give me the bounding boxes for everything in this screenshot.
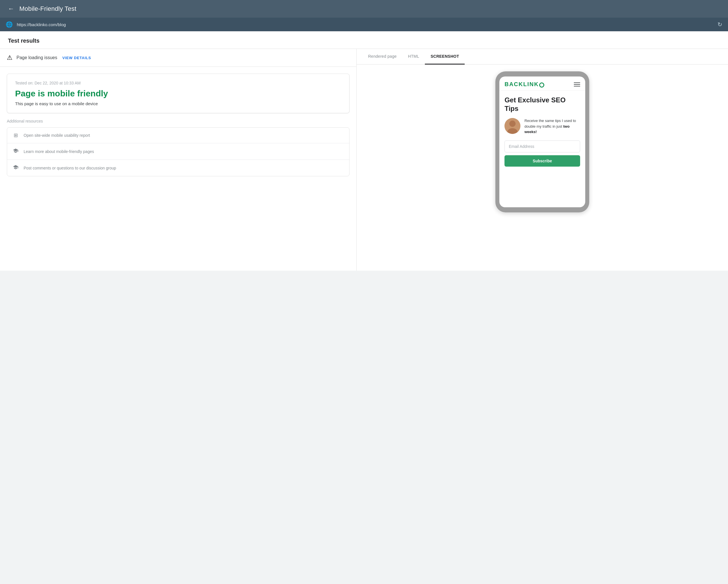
two-column-layout: ⚠ Page loading issues VIEW DETAILS Teste… — [0, 49, 728, 271]
warning-bar: ⚠ Page loading issues VIEW DETAILS — [0, 49, 356, 67]
resource-item-usability[interactable]: ⊞ Open site-wide mobile usability report — [7, 128, 349, 143]
phone-nav: BACKLINK — [499, 77, 585, 91]
comments-icon — [12, 164, 19, 171]
left-panel: ⚠ Page loading issues VIEW DETAILS Teste… — [0, 49, 357, 271]
mobile-friendly-result: Page is mobile friendly — [15, 89, 341, 98]
warning-text: Page loading issues — [17, 55, 57, 60]
phone-email-field[interactable]: Email Address — [504, 140, 580, 152]
tabs-bar: Rendered page HTML SCREENSHOT — [357, 49, 728, 64]
phone-logo: BACKLINK — [504, 81, 544, 87]
resource-item-comments[interactable]: Post comments or questions to our discus… — [7, 160, 349, 176]
resources-card: ⊞ Open site-wide mobile usability report… — [7, 127, 349, 176]
tab-rendered-page[interactable]: Rendered page — [362, 49, 402, 64]
tab-html[interactable]: HTML — [402, 49, 425, 64]
header: ← Mobile-Friendly Test — [0, 0, 728, 18]
phone-body-text: Receive the same tips I used to double m… — [524, 118, 580, 135]
phone-hamburger-menu[interactable] — [574, 82, 580, 86]
result-card: Tested on: Dec 22, 2020 at 10:33 AM Page… — [7, 74, 349, 113]
tab-screenshot[interactable]: SCREENSHOT — [425, 49, 465, 64]
phone-author-row: Receive the same tips I used to double m… — [504, 118, 580, 135]
phone-mockup: BACKLINK Get Exclusive SEO Tips — [495, 71, 589, 212]
phone-subscribe-button[interactable]: Subscribe — [504, 155, 580, 167]
main-content: Test results ⚠ Page loading issues VIEW … — [0, 31, 728, 271]
phone-content: Get Exclusive SEO Tips — [499, 91, 585, 167]
svg-point-1 — [509, 121, 516, 127]
test-date: Tested on: Dec 22, 2020 at 10:33 AM — [15, 81, 341, 85]
phone-area: BACKLINK Get Exclusive SEO Tips — [357, 64, 728, 219]
view-details-button[interactable]: VIEW DETAILS — [62, 56, 91, 60]
globe-icon: 🌐 — [6, 21, 13, 28]
resource-item-learn[interactable]: Learn more about mobile-friendly pages — [7, 143, 349, 160]
additional-resources: Additional resources ⊞ Open site-wide mo… — [7, 119, 349, 176]
usability-report-icon: ⊞ — [12, 132, 19, 138]
url-input[interactable] — [17, 22, 713, 27]
phone-headline: Get Exclusive SEO Tips — [504, 96, 580, 113]
right-panel: Rendered page HTML SCREENSHOT BACKLINK — [357, 49, 728, 271]
back-icon[interactable]: ← — [8, 5, 14, 12]
resource-text-usability: Open site-wide mobile usability report — [24, 133, 90, 138]
test-results-heading: Test results — [0, 31, 728, 49]
warning-icon: ⚠ — [7, 54, 12, 61]
page-title: Mobile-Friendly Test — [19, 5, 76, 12]
phone-screen: BACKLINK Get Exclusive SEO Tips — [499, 77, 585, 207]
url-bar: 🌐 ↻ — [0, 18, 728, 31]
resource-text-comments: Post comments or questions to our discus… — [24, 166, 116, 170]
learn-icon — [12, 148, 19, 155]
resource-text-learn: Learn more about mobile-friendly pages — [24, 149, 94, 154]
additional-resources-title: Additional resources — [7, 119, 349, 124]
mobile-friendly-description: This page is easy to use on a mobile dev… — [15, 101, 341, 106]
refresh-icon[interactable]: ↻ — [718, 21, 722, 28]
avatar — [504, 118, 520, 134]
